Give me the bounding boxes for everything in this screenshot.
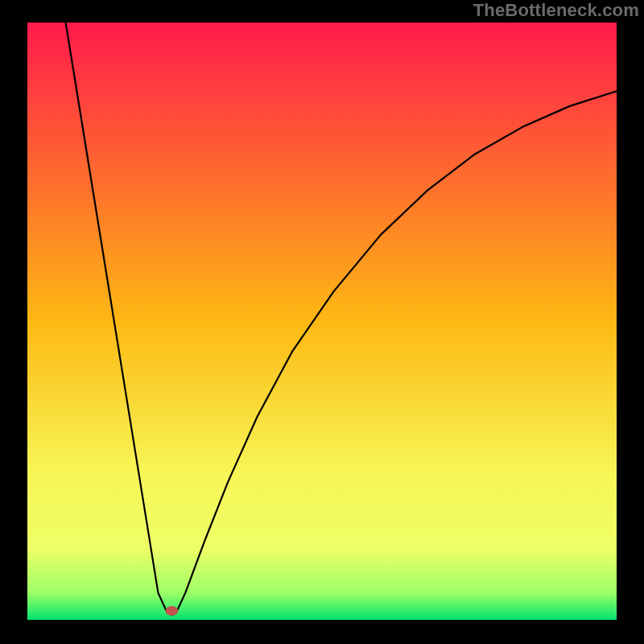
chart-frame: TheBottleneck.com — [0, 0, 644, 644]
watermark-text: TheBottleneck.com — [473, 0, 639, 21]
optimum-marker — [165, 606, 178, 616]
plot-background — [27, 23, 617, 620]
chart-canvas — [0, 0, 644, 644]
